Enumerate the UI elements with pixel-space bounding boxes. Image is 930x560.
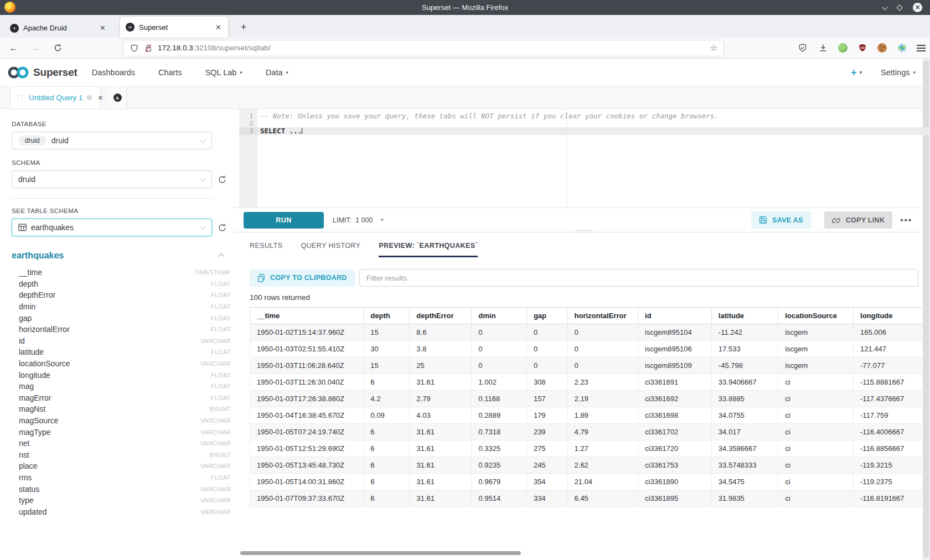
- tracking-protection-icon[interactable]: [797, 43, 808, 54]
- table-row[interactable]: 1950-01-05T14:00:31.860Z631.610.96793542…: [250, 474, 930, 490]
- refresh-table-icon[interactable]: [218, 223, 227, 232]
- schema-column-row[interactable]: locationSourceVARCHAR: [12, 358, 231, 370]
- schema-column-row[interactable]: magFLOAT: [12, 381, 231, 392]
- filter-results-input[interactable]: [359, 269, 918, 287]
- schema-column-row[interactable]: updatedVARCHAR: [12, 506, 231, 517]
- new-tab-button[interactable]: +: [235, 18, 252, 36]
- column-header[interactable]: depth: [364, 308, 410, 324]
- schema-column-row[interactable]: statusVARCHAR: [12, 483, 231, 495]
- table-row[interactable]: 1950-01-03T17:26:38.860Z4.22.790.1168157…: [250, 391, 930, 407]
- more-actions-icon[interactable]: •••: [900, 215, 912, 225]
- ublock-icon[interactable]: uO: [857, 43, 868, 54]
- nav-item-sql-lab[interactable]: SQL Lab▾: [205, 68, 242, 77]
- copy-to-clipboard-button[interactable]: COPY TO CLIPBOARD: [250, 269, 355, 287]
- window-close-icon[interactable]: ✕: [913, 3, 922, 12]
- add-new-button[interactable]: +▾: [851, 67, 862, 79]
- vertical-scrollbar-thumb[interactable]: [923, 60, 929, 557]
- column-header[interactable]: latitude: [711, 308, 778, 324]
- window-maximize-icon[interactable]: [896, 4, 902, 11]
- schema-column-row[interactable]: longitudeFLOAT: [12, 369, 231, 381]
- table-row[interactable]: 1950-01-03T02:51:55.410Z303.8000iscgem89…: [250, 341, 930, 357]
- column-header[interactable]: __time: [250, 308, 364, 324]
- schema-column-row[interactable]: magTypeVARCHAR: [12, 426, 231, 438]
- table-row[interactable]: 1950-01-05T07:24:19.740Z631.610.73182394…: [250, 424, 930, 440]
- editor-line[interactable]: 3SELECT ...: [239, 127, 930, 135]
- browser-tab-superset[interactable]: ∞ Superset ✕: [120, 17, 228, 38]
- schema-column-row[interactable]: __timeTIMESTAMP: [12, 267, 231, 278]
- column-header[interactable]: horizontalError: [567, 308, 638, 324]
- schema-column-row[interactable]: rmsFLOAT: [12, 472, 231, 484]
- schema-column-row[interactable]: magErrorFLOAT: [12, 392, 231, 404]
- schema-column-row[interactable]: dminFLOAT: [12, 301, 231, 313]
- column-header[interactable]: depthError: [410, 308, 472, 324]
- pane-drag-handle[interactable]: [576, 230, 592, 234]
- column-header[interactable]: id: [638, 308, 712, 324]
- nav-item-dashboards[interactable]: Dashboards: [92, 68, 135, 77]
- schema-column-row[interactable]: magSourceVARCHAR: [12, 415, 231, 427]
- schema-column-row[interactable]: depthErrorFLOAT: [12, 289, 231, 301]
- column-header[interactable]: dmin: [472, 308, 527, 324]
- forward-icon[interactable]: →: [30, 43, 41, 54]
- schema-column-row[interactable]: nstBIGINT: [12, 449, 231, 461]
- schema-column-row[interactable]: gapFLOAT: [12, 312, 231, 324]
- schema-column-row[interactable]: idVARCHAR: [12, 335, 231, 347]
- reload-icon[interactable]: [52, 43, 63, 54]
- sql-editor[interactable]: 1-- Note: Unless you save your query, th…: [232, 109, 930, 208]
- schema-column-row[interactable]: typeVARCHAR: [12, 495, 231, 506]
- table-row[interactable]: 1950-01-03T11:06:28.640Z1525000iscgem895…: [250, 357, 930, 374]
- query-tab-close-icon[interactable]: ✕: [98, 94, 104, 102]
- back-icon[interactable]: ←: [8, 43, 19, 54]
- menu-icon[interactable]: [917, 45, 926, 51]
- schema-column-row[interactable]: depthFLOAT: [12, 278, 231, 290]
- nav-item-data[interactable]: Data▾: [266, 68, 288, 77]
- schema-select[interactable]: druid: [12, 170, 212, 188]
- limit-dropdown[interactable]: LIMIT: 1 000 ▼: [333, 216, 384, 224]
- superset-logo[interactable]: Superset: [7, 65, 78, 80]
- schema-column-row[interactable]: horizontalErrorFLOAT: [12, 324, 231, 335]
- account-extension-icon[interactable]: [838, 43, 848, 53]
- collapse-icon[interactable]: [218, 253, 224, 260]
- tab-close-icon[interactable]: ✕: [214, 23, 223, 32]
- refresh-schema-icon[interactable]: [218, 175, 227, 184]
- results-table-wrap[interactable]: __timedepthdepthErrordmingaphorizontalEr…: [250, 307, 930, 507]
- column-header[interactable]: longitude: [854, 308, 926, 324]
- editor-line[interactable]: 2: [239, 120, 930, 128]
- table-select[interactable]: earthquakes: [12, 219, 212, 236]
- url-bar[interactable]: 172.18.0.3:32108/superset/sqllab/ ☆: [123, 40, 724, 56]
- schema-column-row[interactable]: magNstBIGINT: [12, 403, 231, 415]
- shield-permissions-icon[interactable]: [130, 44, 138, 53]
- schema-column-row[interactable]: netVARCHAR: [12, 438, 231, 449]
- horizontal-scrollbar[interactable]: [240, 551, 521, 555]
- nav-item-charts[interactable]: Charts: [158, 68, 182, 77]
- table-row[interactable]: 1950-01-05T12:51:29.690Z631.610.33252751…: [250, 440, 930, 457]
- table-row[interactable]: 1950-01-02T15:14:37.960Z158.6000iscgem89…: [250, 324, 930, 341]
- table-row[interactable]: 1950-01-03T11:26:30.040Z631.611.0023082.…: [250, 374, 930, 391]
- sync-extension-icon[interactable]: [896, 43, 907, 54]
- editor-line[interactable]: 1-- Note: Unless you save your query, th…: [239, 112, 930, 120]
- column-header[interactable]: gap: [526, 308, 567, 324]
- cookie-extension-icon[interactable]: [877, 43, 887, 53]
- downloads-icon[interactable]: [818, 43, 829, 54]
- insecure-lock-icon[interactable]: [144, 44, 152, 53]
- browser-tab-apache-druid[interactable]: ◗ Apache Druid ✕: [4, 18, 112, 38]
- schema-column-row[interactable]: placeVARCHAR: [12, 460, 231, 472]
- table-row[interactable]: 1950-01-04T16:38:45.670Z0.094.030.288917…: [250, 407, 930, 424]
- save-as-button[interactable]: SAVE AS: [751, 211, 811, 229]
- run-button[interactable]: RUN: [244, 212, 324, 229]
- bookmark-star-icon[interactable]: ☆: [710, 43, 717, 53]
- query-tab-active[interactable]: ⋮⋮ Untitled Query 1 ✕: [10, 87, 101, 108]
- new-query-tab-button[interactable]: +: [108, 87, 127, 108]
- table-row[interactable]: 1950-01-07T09:37:33.670Z631.610.95143346…: [250, 490, 930, 507]
- drag-grip-icon[interactable]: ⋮⋮: [15, 94, 24, 101]
- results-tab-query-history[interactable]: QUERY HISTORY: [301, 242, 361, 257]
- database-select[interactable]: druid druid: [12, 132, 212, 149]
- schema-column-row[interactable]: latitudeFLOAT: [12, 346, 231, 358]
- table-row[interactable]: 1950-01-05T13:45:48.730Z631.610.92352452…: [250, 457, 930, 474]
- settings-menu[interactable]: Settings▾: [881, 68, 916, 77]
- results-tab-preview-earthquakes[interactable]: PREVIEW: `EARTHQUAKES`: [379, 242, 478, 257]
- window-minimize-icon[interactable]: [882, 3, 888, 9]
- copy-link-button[interactable]: COPY LINK: [824, 211, 893, 229]
- results-tab-results[interactable]: RESULTS: [250, 242, 283, 257]
- column-header[interactable]: locationSource: [778, 308, 854, 324]
- tab-close-icon[interactable]: ✕: [99, 24, 107, 32]
